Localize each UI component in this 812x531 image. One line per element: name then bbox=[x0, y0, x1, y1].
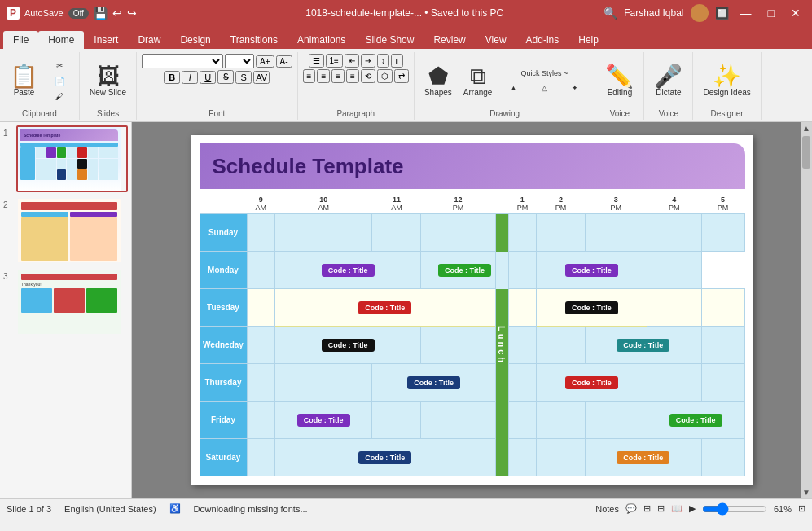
tab-view[interactable]: View bbox=[476, 31, 516, 49]
wednesday-code1-cell[interactable]: Code : Title bbox=[274, 327, 420, 364]
tab-insert[interactable]: Insert bbox=[84, 31, 128, 49]
thursday-code2-cell[interactable]: Code : Title bbox=[537, 364, 647, 402]
tuesday-1pm[interactable] bbox=[508, 289, 536, 327]
monday-code3-cell[interactable]: Code : Title bbox=[537, 252, 647, 289]
tab-file[interactable]: File bbox=[3, 31, 38, 49]
editing-button[interactable]: ✏️ Editing bbox=[600, 62, 639, 100]
close-button[interactable]: ✕ bbox=[786, 7, 805, 20]
format-painter-button[interactable]: 🖌 bbox=[45, 90, 74, 103]
font-family-select[interactable] bbox=[142, 54, 223, 68]
friday-11am[interactable] bbox=[372, 402, 421, 439]
thursday-4pm[interactable] bbox=[647, 364, 701, 402]
columns-button[interactable]: ⫿ bbox=[391, 54, 403, 68]
shadow-button[interactable]: S bbox=[235, 71, 252, 84]
text-direction-button[interactable]: ⟲ bbox=[361, 69, 375, 83]
shape-fill-button[interactable]: ▲ bbox=[498, 81, 528, 94]
monday-code2[interactable]: Code : Title bbox=[438, 264, 491, 277]
saturday-1pm[interactable] bbox=[508, 439, 536, 476]
slide-thumb-1[interactable]: 1 Schedule Template bbox=[3, 125, 128, 192]
thursday-code2[interactable]: Code : Title bbox=[565, 376, 618, 389]
shape-outline-button[interactable]: △ bbox=[529, 81, 559, 94]
slide-image-1[interactable]: Schedule Template bbox=[16, 125, 128, 192]
save-icon[interactable]: 💾 bbox=[94, 7, 108, 20]
friday-3pm[interactable] bbox=[585, 402, 647, 439]
wednesday-9am[interactable] bbox=[247, 327, 274, 364]
align-right-button[interactable]: ≡ bbox=[331, 69, 345, 83]
tab-transitions[interactable]: Transitions bbox=[221, 31, 287, 49]
arrange-button[interactable]: ⧉ Arrange bbox=[459, 62, 498, 100]
tab-slideshow[interactable]: Slide Show bbox=[355, 31, 424, 49]
slide-image-2[interactable] bbox=[16, 197, 128, 264]
tab-addins[interactable]: Add-ins bbox=[516, 31, 569, 49]
sunday-2pm[interactable] bbox=[537, 214, 586, 252]
search-icon[interactable]: 🔍 bbox=[604, 7, 617, 20]
thursday-5pm[interactable] bbox=[701, 364, 744, 402]
thursday-code1[interactable]: Code : Title bbox=[407, 376, 460, 389]
shapes-button[interactable]: ⬟ Shapes bbox=[419, 62, 457, 100]
tuesday-9am[interactable] bbox=[247, 289, 274, 327]
thursday-code1-cell[interactable]: Code : Title bbox=[372, 364, 495, 402]
saturday-code1-cell[interactable]: Code : Title bbox=[274, 439, 495, 476]
cut-button[interactable]: ✂ bbox=[45, 59, 74, 72]
notes-button[interactable]: Notes bbox=[595, 504, 619, 514]
sunday-11am[interactable] bbox=[372, 214, 421, 252]
smartart-button[interactable]: ⬡ bbox=[377, 69, 393, 83]
saturday-code1[interactable]: Code : Title bbox=[358, 451, 411, 464]
friday-1pm[interactable] bbox=[508, 402, 536, 439]
slide-canvas-main[interactable]: Schedule Template 9AM 10AM 11AM 12PM 1PM bbox=[191, 135, 753, 485]
undo-icon[interactable]: ↩ bbox=[112, 7, 122, 20]
wednesday-code2-cell[interactable]: Code : Title bbox=[585, 327, 701, 364]
saturday-2pm[interactable] bbox=[537, 439, 586, 476]
saturday-code2[interactable]: Code : Title bbox=[617, 451, 669, 464]
convert-button[interactable]: ⇄ bbox=[394, 69, 409, 83]
friday-12pm[interactable] bbox=[421, 402, 495, 439]
sunday-3pm[interactable] bbox=[585, 214, 647, 252]
sunday-12pm[interactable] bbox=[421, 214, 495, 252]
vertical-scrollbar[interactable]: ▲ ▼ bbox=[801, 122, 812, 498]
friday-9am[interactable] bbox=[247, 402, 274, 439]
friday-2pm[interactable] bbox=[537, 402, 586, 439]
align-center-button[interactable]: ≡ bbox=[317, 69, 330, 83]
scroll-down-button[interactable]: ▼ bbox=[801, 488, 812, 497]
ribbon-toggle-icon[interactable]: 🔲 bbox=[715, 7, 729, 20]
slide-sorter-button[interactable]: ⊟ bbox=[657, 503, 665, 514]
monday-2pm[interactable] bbox=[508, 252, 536, 289]
copy-button[interactable]: 📄 bbox=[45, 74, 74, 88]
saturday-9am[interactable] bbox=[247, 439, 274, 476]
scroll-up-button[interactable]: ▲ bbox=[801, 122, 812, 134]
autosave-state[interactable]: Off bbox=[68, 8, 89, 19]
bullets-button[interactable]: ☰ bbox=[309, 54, 324, 68]
wednesday-2pm[interactable] bbox=[537, 327, 586, 364]
tuesday-4pm[interactable] bbox=[647, 289, 701, 327]
friday-code1[interactable]: Code : Title bbox=[297, 414, 350, 427]
sunday-5pm[interactable] bbox=[701, 214, 744, 252]
sunday-4pm[interactable] bbox=[647, 214, 701, 252]
shape-effects-button[interactable]: ✦ bbox=[560, 81, 590, 94]
tuesday-code1[interactable]: Code : Title bbox=[358, 301, 411, 314]
numbering-button[interactable]: 1≡ bbox=[326, 54, 343, 68]
tab-home[interactable]: Home bbox=[38, 31, 84, 49]
slide-thumb-2[interactable]: 2 bbox=[3, 197, 128, 264]
bold-button[interactable]: B bbox=[164, 71, 180, 84]
monday-5pm[interactable] bbox=[647, 252, 701, 289]
monday-code1-cell[interactable]: Code : Title bbox=[274, 252, 420, 289]
dictate-button[interactable]: 🎤 Dictate bbox=[649, 62, 687, 100]
tab-help[interactable]: Help bbox=[568, 31, 608, 49]
design-ideas-button[interactable]: ✨ Design Ideas bbox=[698, 62, 755, 100]
wednesday-12pm[interactable] bbox=[421, 327, 495, 364]
tab-review[interactable]: Review bbox=[424, 31, 475, 49]
decrease-font-button[interactable]: A- bbox=[276, 55, 292, 68]
wednesday-code1[interactable]: Code : Title bbox=[322, 339, 375, 352]
wednesday-code2[interactable]: Code : Title bbox=[617, 339, 669, 352]
tuesday-code2[interactable]: Code : Title bbox=[565, 301, 618, 314]
font-size-select[interactable] bbox=[225, 54, 254, 68]
zoom-slider[interactable] bbox=[702, 502, 767, 516]
underline-button[interactable]: U bbox=[200, 71, 216, 84]
tuesday-code1-cell[interactable]: Code : Title bbox=[274, 289, 495, 327]
paste-button[interactable]: 📋 Paste bbox=[5, 62, 43, 100]
friday-code2-cell[interactable]: Code : Title bbox=[647, 402, 744, 439]
saturday-code2-cell[interactable]: Code : Title bbox=[585, 439, 701, 476]
tab-animations[interactable]: Animations bbox=[287, 31, 355, 49]
tab-draw[interactable]: Draw bbox=[128, 31, 170, 49]
increase-font-button[interactable]: A+ bbox=[256, 55, 274, 68]
